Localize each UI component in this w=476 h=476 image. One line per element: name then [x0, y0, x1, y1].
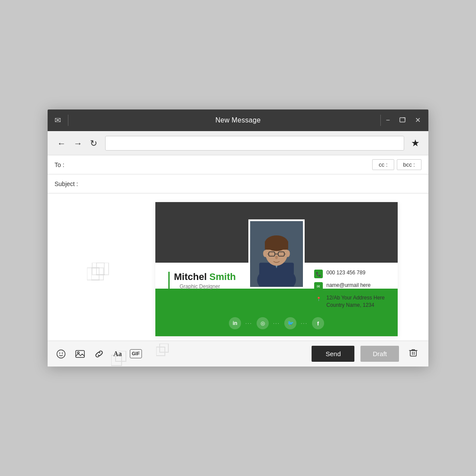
subject-row: Subject :: [48, 174, 428, 193]
sig-name: Mitchel Smith: [174, 271, 236, 283]
compose-toolbar: Aa GIF Send Draft: [48, 341, 428, 367]
svg-rect-6: [160, 344, 168, 352]
to-input[interactable]: [72, 161, 372, 168]
email-icon: ✉: [314, 282, 323, 291]
send-button[interactable]: Send: [312, 346, 354, 362]
social-dots-3: ···: [301, 320, 308, 326]
svg-point-26: [62, 352, 63, 353]
trash-button[interactable]: [405, 345, 421, 362]
sig-name-section: Mitchel Smith Graphic Designer: [168, 271, 236, 289]
to-label: To :: [55, 161, 72, 168]
linkedin-icon[interactable]: in: [229, 317, 241, 329]
email-compose-window: ✉ New Message − ✕ ← → ↻ ★ To :: [48, 109, 428, 367]
back-button[interactable]: ←: [55, 137, 68, 149]
image-button[interactable]: [74, 348, 87, 360]
titlebar-divider-right: [380, 115, 381, 126]
map-icon: 📍: [314, 295, 323, 303]
sig-photo: [250, 221, 303, 287]
phone-icon: 📞: [314, 270, 323, 278]
gif-button[interactable]: GIF: [130, 349, 142, 358]
instagram-icon[interactable]: ◎: [257, 317, 269, 329]
maximize-button[interactable]: [398, 116, 407, 125]
svg-rect-7: [111, 355, 122, 366]
sig-address: 12/Ab Your Address Here Country Name, 12…: [326, 294, 385, 309]
svg-point-23: [286, 250, 290, 257]
social-icons: in ··· ◎ ··· 🐦 ··· f: [229, 317, 324, 329]
cc-button[interactable]: cc :: [372, 159, 394, 170]
svg-rect-29: [410, 351, 416, 356]
sig-address-row: 📍 12/Ab Your Address Here Country Name, …: [314, 294, 385, 309]
sig-first-name: Mitchel: [174, 271, 207, 283]
facebook-icon[interactable]: f: [312, 317, 324, 329]
deco-squares-mid-right: [111, 351, 129, 367]
titlebar-divider-left: [68, 115, 68, 126]
svg-point-22: [263, 250, 267, 257]
url-bar[interactable]: [105, 136, 404, 151]
forward-button[interactable]: →: [71, 137, 85, 149]
close-button[interactable]: ✕: [413, 116, 422, 125]
compose-area: To : cc : bcc : Subject :: [48, 155, 428, 367]
svg-rect-4: [92, 263, 104, 275]
subject-label: Subject :: [55, 180, 85, 187]
social-dots-2: ···: [273, 320, 280, 326]
mail-icon: ✉: [55, 116, 61, 125]
window-controls: − ✕: [384, 116, 422, 125]
minimize-button[interactable]: −: [384, 116, 392, 125]
link-button[interactable]: [93, 347, 106, 360]
signature-card: in ··· ◎ ··· 🐦 ··· f: [155, 202, 398, 336]
svg-rect-27: [76, 351, 84, 357]
svg-point-21: [275, 256, 278, 259]
sig-accent-bar: [168, 272, 170, 289]
svg-rect-3: [87, 268, 99, 280]
cc-bcc-group: cc : bcc :: [372, 159, 421, 170]
sig-header: [155, 202, 398, 263]
sig-last-name: Smith: [209, 271, 236, 283]
titlebar: ✉ New Message − ✕: [48, 109, 428, 131]
sig-job-title: Graphic Designer: [180, 283, 236, 289]
sig-photo-frame: [248, 219, 305, 289]
to-row: To : cc : bcc :: [48, 155, 428, 174]
twitter-icon[interactable]: 🐦: [284, 317, 296, 329]
sig-email: name@urmail here: [326, 282, 370, 289]
draft-button[interactable]: Draft: [360, 346, 399, 362]
sig-phone: 000 123 456 789: [326, 269, 365, 277]
svg-point-24: [57, 350, 65, 358]
svg-rect-0: [400, 118, 405, 122]
sig-contact-section: 📞 000 123 456 789 ✉ name@urmail here 📍: [314, 269, 385, 309]
svg-rect-8: [116, 351, 126, 361]
sig-email-row: ✉ name@urmail here: [314, 282, 385, 291]
sig-phone-row: 📞 000 123 456 789: [314, 269, 385, 278]
bcc-button[interactable]: bcc :: [397, 159, 421, 170]
svg-rect-15: [265, 241, 288, 250]
deco-squares-top-right: [87, 263, 109, 284]
reload-button[interactable]: ↻: [87, 137, 100, 149]
subject-input[interactable]: [85, 180, 421, 187]
svg-rect-5: [156, 347, 165, 356]
emoji-button[interactable]: [55, 347, 68, 360]
window-title: New Message: [215, 116, 261, 124]
sig-full-name: Mitchel Smith Graphic Designer: [174, 271, 236, 289]
social-dots-1: ···: [245, 320, 252, 326]
navbar: ← → ↻ ★: [48, 131, 428, 155]
email-body: in ··· ◎ ··· 🐦 ··· f: [48, 193, 428, 341]
bookmark-button[interactable]: ★: [409, 137, 421, 150]
deco-squares-mid-left: [156, 344, 172, 359]
svg-point-25: [59, 352, 60, 353]
